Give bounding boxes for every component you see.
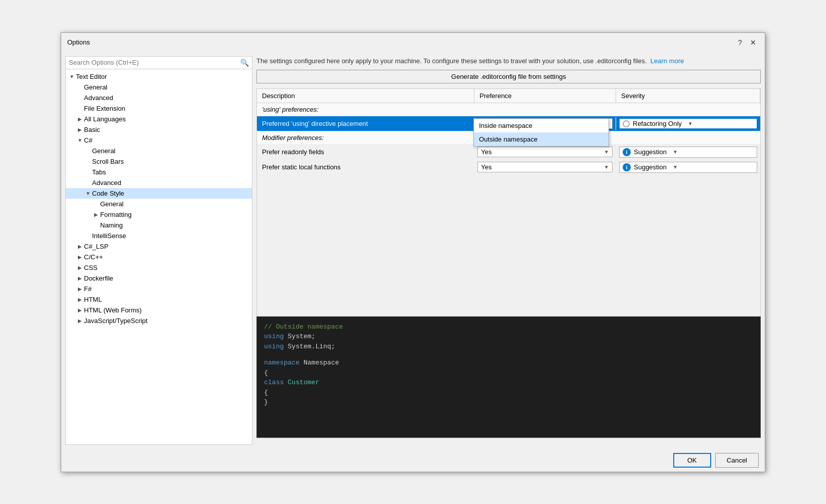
- tree-item-code-style-general[interactable]: General: [66, 199, 252, 209]
- dialog-footer: OK Cancel: [61, 449, 765, 472]
- section-header-0: 'using' preferences:: [257, 103, 760, 116]
- code-line: using System.Linq;: [264, 342, 753, 352]
- tree-item-dockerfile[interactable]: ▶Dockerfile: [66, 273, 252, 284]
- code-class: Customer: [284, 379, 319, 386]
- ok-button[interactable]: OK: [673, 453, 711, 468]
- tree-label-text-editor: Text Editor: [76, 73, 107, 80]
- cell-sev-static-local-functions[interactable]: iSuggestion▼: [616, 161, 760, 174]
- cell-pref-static-local-functions[interactable]: Yes▼: [474, 161, 616, 173]
- tree-item-text-editor[interactable]: ▼Text Editor: [66, 71, 252, 82]
- tree-label-code-style-general: General: [100, 200, 123, 208]
- dialog-body: 🔍 ▼Text EditorGeneralAdvancedFile Extens…: [61, 52, 765, 449]
- tree-label-tabs: Tabs: [92, 168, 106, 176]
- suggestion-control-static-local-functions[interactable]: iSuggestion▼: [619, 162, 757, 173]
- severity-arrow-icon: ▼: [688, 121, 693, 126]
- expand-icon-html[interactable]: ▶: [76, 297, 84, 302]
- tree-item-all-languages[interactable]: ▶All Languages: [66, 114, 252, 124]
- tree-item-html[interactable]: ▶HTML: [66, 294, 252, 305]
- tree-item-advanced-csharp[interactable]: Advanced: [66, 177, 252, 188]
- expand-icon-javascript-typescript[interactable]: ▶: [76, 318, 84, 324]
- severity-radio-control-using-placement[interactable]: Refactoring Only▼: [619, 118, 757, 129]
- tree-label-cpp: C/C++: [84, 253, 103, 261]
- expand-icon-css[interactable]: ▶: [76, 265, 84, 270]
- tree-item-css[interactable]: ▶CSS: [66, 262, 252, 273]
- table-row-readonly-fields[interactable]: Prefer readonly fieldsYes▼iSuggestion▼: [257, 145, 760, 160]
- tree-item-fsharp[interactable]: ▶F#: [66, 284, 252, 294]
- tree-item-naming[interactable]: Naming: [66, 220, 252, 231]
- tree-item-code-style[interactable]: ▼Code Style: [66, 188, 252, 199]
- cell-sev-readonly-fields[interactable]: iSuggestion▼: [616, 146, 760, 159]
- settings-table: Description Preference Severity 'using' …: [256, 88, 761, 316]
- tree-item-file-extension[interactable]: File Extension: [66, 103, 252, 114]
- tree-item-advanced-te[interactable]: Advanced: [66, 93, 252, 103]
- pref-dropdown-readonly-fields[interactable]: Yes▼: [477, 147, 613, 157]
- expand-icon-text-editor[interactable]: ▼: [68, 74, 76, 79]
- code-keyword: using: [264, 333, 284, 340]
- expand-icon-basic[interactable]: ▶: [76, 127, 84, 132]
- dialog-title: Options: [67, 38, 90, 46]
- expand-icon-all-languages[interactable]: ▶: [76, 116, 84, 122]
- cell-pref-readonly-fields[interactable]: Yes▼: [474, 146, 616, 158]
- tree-label-html: HTML: [84, 296, 102, 303]
- code-preview: // Outside namespaceusing System;using S…: [256, 316, 761, 438]
- expand-icon-csharp[interactable]: ▼: [76, 138, 84, 143]
- radio-circle-icon: [623, 120, 630, 127]
- tree-label-csharp-lsp: C#_LSP: [84, 243, 108, 250]
- cell-sev-using-placement[interactable]: Refactoring Only▼: [616, 117, 760, 130]
- tree-label-advanced-te: Advanced: [84, 94, 113, 102]
- code-keyword: namespace: [264, 359, 299, 366]
- code-text: {: [264, 369, 268, 377]
- tree-item-javascript-typescript[interactable]: ▶JavaScript/TypeScript: [66, 315, 252, 326]
- severity-label-using-placement: Refactoring Only: [633, 120, 682, 127]
- dropdown-option-inside-namespace[interactable]: Inside namespace: [474, 119, 608, 132]
- expand-icon-cpp[interactable]: ▶: [76, 254, 84, 260]
- expand-icon-html-webforms[interactable]: ▶: [76, 307, 84, 313]
- pref-dropdown-static-local-functions[interactable]: Yes▼: [477, 162, 613, 172]
- expand-icon-code-style[interactable]: ▼: [84, 191, 92, 196]
- dropdown-option-outside-namespace[interactable]: Outside namespace: [474, 132, 608, 146]
- table-row-static-local-functions[interactable]: Prefer static local functionsYes▼iSugges…: [257, 160, 760, 175]
- dropdown-arrow-icon: ▼: [604, 149, 609, 155]
- code-line: {: [264, 368, 753, 378]
- title-bar: Options ? ✕: [61, 33, 765, 52]
- expand-icon-formatting[interactable]: ▶: [92, 212, 100, 217]
- help-button[interactable]: ?: [734, 37, 746, 48]
- suggestion-control-readonly-fields[interactable]: iSuggestion▼: [619, 147, 757, 158]
- code-line: namespace Namespace: [264, 358, 753, 368]
- suggestion-label-readonly-fields: Suggestion: [634, 148, 667, 156]
- expand-icon-dockerfile[interactable]: ▶: [76, 276, 84, 281]
- tree-item-cpp[interactable]: ▶C/C++: [66, 252, 252, 262]
- cancel-button[interactable]: Cancel: [715, 453, 759, 468]
- tree-item-csharp-lsp[interactable]: ▶C#_LSP: [66, 241, 252, 252]
- col-header-severity: Severity: [616, 89, 760, 103]
- tree-item-scroll-bars[interactable]: Scroll Bars: [66, 156, 252, 167]
- tree-item-csharp-general[interactable]: General: [66, 146, 252, 156]
- tree-item-general[interactable]: General: [66, 82, 252, 93]
- tree-item-tabs[interactable]: Tabs: [66, 167, 252, 177]
- code-text: System.Linq;: [284, 343, 335, 350]
- tree-item-formatting[interactable]: ▶Formatting: [66, 209, 252, 220]
- info-icon: i: [623, 163, 631, 171]
- cell-desc-readonly-fields: Prefer readonly fields: [257, 146, 474, 158]
- tree-label-formatting: Formatting: [100, 211, 132, 218]
- learn-more-link[interactable]: Learn more: [650, 57, 684, 65]
- close-button[interactable]: ✕: [748, 37, 759, 48]
- code-line: [264, 351, 753, 358]
- tree-item-html-webforms[interactable]: ▶HTML (Web Forms): [66, 305, 252, 315]
- code-comment: // Outside namespace: [264, 323, 343, 331]
- suggestion-arrow-icon: ▼: [673, 149, 678, 155]
- tree-label-naming: Naming: [100, 221, 123, 229]
- tree-item-basic[interactable]: ▶Basic: [66, 124, 252, 135]
- tree-label-file-extension: File Extension: [84, 105, 125, 112]
- expand-icon-fsharp[interactable]: ▶: [76, 286, 84, 292]
- info-text: The settings configured here only apply …: [256, 56, 761, 66]
- cell-desc-static-local-functions: Prefer static local functions: [257, 161, 474, 173]
- code-text: {: [264, 389, 268, 396]
- tree-label-dockerfile: Dockerfile: [84, 274, 113, 282]
- search-input[interactable]: [69, 59, 240, 66]
- generate-editorconfig-button[interactable]: Generate .editorconfig file from setting…: [256, 70, 761, 83]
- tree-item-csharp[interactable]: ▼C#: [66, 135, 252, 146]
- expand-icon-csharp-lsp[interactable]: ▶: [76, 244, 84, 249]
- tree-item-intellisense[interactable]: IntelliSense: [66, 231, 252, 241]
- suggestion-arrow-icon: ▼: [673, 164, 678, 170]
